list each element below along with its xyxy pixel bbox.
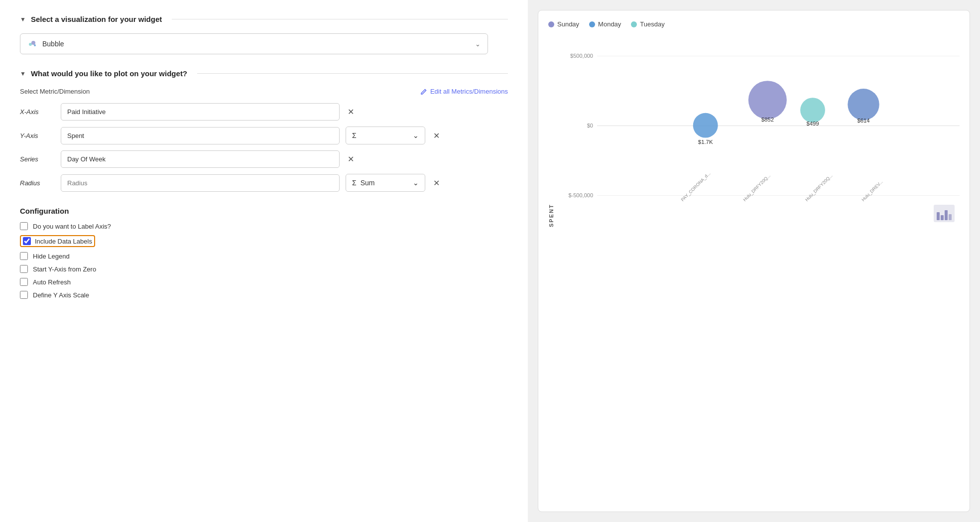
radius-aggregate-select[interactable]: Σ Sum ⌄	[346, 174, 425, 192]
metric-label: Select Metric/Dimension	[20, 88, 90, 95]
auto-refresh-checkbox[interactable]	[20, 278, 28, 286]
legend-monday: Monday	[589, 20, 621, 28]
mini-bar-3	[945, 210, 948, 220]
series-row: Series ✕	[20, 150, 508, 168]
chart-legend: Sunday Monday Tuesday	[548, 20, 960, 28]
bubble-sunday-2-label: $614	[857, 118, 869, 124]
data-labels-checkbox[interactable]	[23, 237, 31, 245]
yaxis-scale-label[interactable]: Define Y Axis Scale	[33, 291, 89, 299]
yaxis-clear-button[interactable]: ✕	[431, 129, 442, 142]
chart-body: $500,000 $0 $-500,000 $1.7K $	[558, 38, 960, 227]
mini-bar-4	[949, 214, 952, 220]
y-tick-neg500k: $-500,000	[558, 192, 593, 198]
svg-point-0	[29, 43, 32, 46]
bubble-sunday-1	[748, 81, 787, 119]
bubble-tuesday-label: $499	[806, 121, 819, 127]
svg-point-1	[31, 41, 35, 45]
series-input[interactable]	[61, 150, 340, 168]
yaxis-row: Y-Axis Σ ⌄ ✕	[20, 127, 508, 144]
config-hide-legend-row: Hide Legend	[20, 252, 508, 260]
sunday-dot	[548, 21, 554, 27]
edit-metrics-link[interactable]: Edit all Metrics/Dimensions	[420, 88, 508, 95]
y-axis-label: SPENT	[548, 38, 554, 227]
viz-selected-label: Bubble	[42, 40, 64, 48]
radius-row: Radius Σ Sum ⌄ ✕	[20, 174, 508, 192]
viz-dropdown-chevron: ⌄	[475, 40, 481, 48]
radius-select-chevron: ⌄	[413, 179, 419, 187]
include-data-labels-highlighted: Include Data Labels	[20, 235, 95, 247]
xaxis-input[interactable]	[61, 103, 340, 121]
bubble-tuesday	[800, 98, 825, 123]
auto-refresh-label[interactable]: Auto Refresh	[33, 278, 71, 286]
configuration-section: Configuration Do you want to Label Axis?…	[20, 207, 508, 299]
left-panel: ▼ Select a visualization for your widget…	[0, 0, 528, 522]
yaxis-sigma-icon: Σ	[352, 131, 357, 139]
yaxis-scale-checkbox[interactable]	[20, 291, 28, 299]
bubble-sunday-2	[848, 89, 879, 120]
x-tick-3: Hulu_DRFY20Q...	[804, 173, 834, 202]
data-labels-label[interactable]: Include Data Labels	[35, 238, 92, 245]
radius-aggregate-text: Sum	[361, 179, 409, 187]
config-yaxis-scale-row: Define Y Axis Scale	[20, 291, 508, 299]
x-tick-1: PAY_CORONA_d...	[680, 171, 712, 202]
series-clear-button[interactable]: ✕	[346, 152, 356, 166]
config-data-labels-row: Include Data Labels	[20, 235, 508, 247]
plot-section-title: What would you like to plot on your widg…	[31, 69, 187, 78]
y-tick-0: $0	[558, 123, 593, 129]
monday-label: Monday	[598, 20, 621, 28]
sunday-label: Sunday	[557, 20, 579, 28]
radius-sigma-icon: Σ	[352, 179, 357, 187]
series-label: Series	[20, 155, 55, 163]
mini-chart	[934, 205, 955, 222]
chart-container: Sunday Monday Tuesday SPENT $500,000	[538, 10, 970, 512]
monday-dot	[589, 21, 595, 27]
hide-legend-checkbox[interactable]	[20, 252, 28, 260]
plot-section-header: ▼ What would you like to plot on your wi…	[20, 69, 508, 78]
config-title: Configuration	[20, 207, 508, 215]
bubble-chart-svg: $1.7K $852 $499 $614 PAY_CORONA_d... Hul…	[598, 38, 960, 207]
xaxis-clear-button[interactable]: ✕	[346, 105, 356, 119]
config-label-axis-row: Do you want to Label Axis?	[20, 222, 508, 230]
plot-section: ▼ What would you like to plot on your wi…	[20, 69, 508, 192]
viz-divider	[172, 19, 508, 19]
visualization-dropdown[interactable]: Bubble ⌄	[20, 33, 488, 54]
legend-sunday: Sunday	[548, 20, 579, 28]
viz-section-title: Select a visualization for your widget	[31, 15, 162, 23]
edit-link-label: Edit all Metrics/Dimensions	[430, 88, 508, 95]
yaxis-zero-label[interactable]: Start Y-Axis from Zero	[33, 265, 96, 273]
visualization-section: ▼ Select a visualization for your widget…	[20, 15, 508, 54]
yaxis-aggregate-select[interactable]: Σ ⌄	[346, 127, 425, 144]
x-tick-2: Hulu_DRFY20Q...	[742, 173, 771, 202]
config-auto-refresh-row: Auto Refresh	[20, 278, 508, 286]
tuesday-dot	[631, 21, 637, 27]
yaxis-label: Y-Axis	[20, 132, 55, 139]
metric-header: Select Metric/Dimension Edit all Metrics…	[20, 88, 508, 95]
bubble-monday-label: $1.7K	[698, 139, 713, 145]
yaxis-zero-checkbox[interactable]	[20, 265, 28, 273]
bubble-sunday-1-label: $852	[761, 117, 774, 123]
mini-bar-1	[937, 212, 940, 220]
hide-legend-label[interactable]: Hide Legend	[33, 253, 70, 260]
right-panel: Sunday Monday Tuesday SPENT $500,000	[528, 0, 980, 522]
tuesday-label: Tuesday	[640, 20, 664, 28]
radius-input[interactable]	[61, 174, 340, 192]
svg-point-2	[34, 44, 36, 46]
xaxis-label: X-Axis	[20, 108, 55, 116]
viz-collapse-triangle[interactable]: ▼	[20, 16, 26, 23]
radius-clear-button[interactable]: ✕	[431, 176, 442, 190]
yaxis-input[interactable]	[61, 127, 340, 144]
plot-collapse-triangle[interactable]: ▼	[20, 70, 26, 77]
bubble-chart-icon	[27, 39, 37, 49]
yaxis-select-chevron: ⌄	[413, 131, 419, 139]
config-yaxis-zero-row: Start Y-Axis from Zero	[20, 265, 508, 273]
mini-bar-2	[941, 215, 944, 220]
xaxis-row: X-Axis ✕	[20, 103, 508, 121]
plot-divider	[197, 73, 508, 74]
x-tick-4: Hulu_DREV...	[860, 179, 883, 202]
legend-tuesday: Tuesday	[631, 20, 664, 28]
label-axis-checkbox[interactable]	[20, 222, 28, 230]
chart-area: SPENT $500,000 $0 $-500,000	[548, 38, 960, 227]
viz-dropdown-left: Bubble	[27, 39, 64, 49]
bubble-monday	[693, 113, 718, 138]
label-axis-label[interactable]: Do you want to Label Axis?	[33, 223, 111, 230]
